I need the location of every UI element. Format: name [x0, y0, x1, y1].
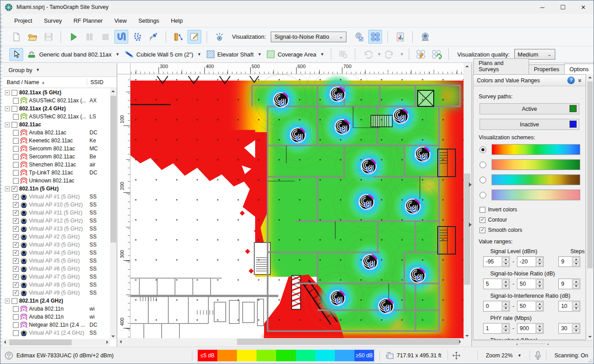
spin-up-button[interactable] [573, 324, 579, 328]
row-checkbox[interactable] [13, 282, 19, 288]
row-checkbox[interactable] [13, 154, 19, 160]
scheme-gradient-bar[interactable] [492, 159, 580, 170]
wall-type-select[interactable]: Cubicle Wall 5 cm (2")▼ [123, 49, 203, 59]
tree-ap-row[interactable]: Virtual AP #7 (5 GHz)SS [2, 273, 110, 281]
row-checkbox[interactable] [12, 186, 17, 192]
spin-value[interactable]: -20 [517, 257, 535, 267]
redo-history-arrow[interactable]: ▼ [400, 52, 404, 57]
calibrate-button[interactable] [171, 30, 185, 44]
menu-project[interactable]: Project [8, 15, 38, 26]
inactive-path-color-button[interactable]: Inactive [480, 119, 579, 130]
tree-ap-row[interactable]: Keenetic 802.11acKe [2, 137, 110, 145]
options-vertical-scrollbar[interactable] [587, 75, 593, 340]
resize-grip[interactable] [588, 358, 593, 363]
tree-ap-row[interactable]: ASUSTekC 802.11ax (...AX [2, 97, 110, 105]
tree-ap-row[interactable]: Virtual AP #1 (5 GHz)SS [2, 193, 110, 201]
map-horizontal-scrollbar[interactable] [118, 338, 463, 345]
spin-down-button[interactable] [536, 329, 543, 333]
delete-object-button[interactable] [336, 48, 350, 61]
spin-down-button[interactable] [502, 284, 509, 289]
row-checkbox[interactable] [13, 114, 19, 120]
spin-field[interactable]: -20 [517, 256, 544, 267]
checkbox[interactable] [480, 207, 485, 213]
menu-rf-planner[interactable]: RF Planner [68, 15, 109, 26]
ap-marker-icon[interactable] [363, 255, 378, 270]
row-checkbox[interactable] [13, 210, 19, 216]
row-checkbox[interactable] [13, 98, 19, 104]
tree-group-row[interactable]: −802.11ax (2.4 GHz) [2, 105, 110, 113]
spin-field[interactable]: -95 [483, 256, 510, 267]
spin-field[interactable]: 30 [558, 323, 580, 334]
row-checkbox[interactable] [13, 226, 19, 232]
expander-icon[interactable]: − [5, 299, 10, 303]
spin-down-button[interactable] [502, 262, 509, 267]
tree-ap-row[interactable]: Aruba 802.11nwi [2, 305, 110, 313]
scheme-radio[interactable] [480, 177, 486, 183]
maximize-button[interactable]: ☐ [553, 0, 573, 14]
row-checkbox[interactable] [13, 306, 19, 312]
spin-field[interactable]: 5 [483, 279, 510, 289]
spin-down-button[interactable] [573, 262, 579, 267]
ap-marker-icon[interactable] [406, 199, 420, 214]
tree-group-row[interactable]: −802.11n (2.4 GHz) [2, 297, 110, 305]
row-checkbox[interactable] [12, 122, 17, 128]
row-checkbox[interactable] [12, 90, 17, 96]
tree-ap-row[interactable]: Virtual AP #13 (5 GHz)SS [2, 225, 110, 233]
row-checkbox[interactable] [13, 194, 19, 200]
tree-ap-row[interactable]: Virtual AP #9 (5 GHz)SS [2, 289, 110, 297]
ap-marker-icon[interactable] [411, 268, 425, 283]
group-by-control[interactable]: Group by ▼ [2, 63, 117, 77]
spin-up-button[interactable] [536, 302, 543, 306]
row-checkbox[interactable] [13, 146, 19, 152]
zoom-control[interactable]: Zoom 22% ▼ [482, 352, 525, 359]
spin-value[interactable]: 10 [559, 301, 572, 311]
menu-settings[interactable]: Settings [133, 15, 165, 26]
minimize-button[interactable]: ─ [532, 0, 553, 14]
tree-group-row[interactable]: −802.11n (5 GHz) [2, 185, 110, 193]
row-checkbox[interactable] [13, 242, 19, 248]
gps-button[interactable] [146, 30, 160, 44]
option-invert-colors[interactable]: Invert colors [480, 206, 580, 213]
collapse-section-icon[interactable]: » [577, 79, 584, 82]
tree-ap-row[interactable]: Virtual AP #10 (5 GHz)SS [2, 201, 110, 209]
ap-marker-icon[interactable] [330, 291, 345, 306]
ap-tree-vertical-scrollbar[interactable] [110, 89, 117, 339]
tree-ap-row[interactable]: ASUSTekC 802.11ax (...LS [2, 113, 110, 121]
checkbox[interactable] [480, 217, 485, 223]
spin-up-button[interactable] [502, 257, 509, 262]
tree-ap-row[interactable]: Virtual AP #12 (5 GHz)SS [2, 217, 110, 225]
menu-help[interactable]: Help [165, 15, 189, 26]
tree-ap-row[interactable]: Virtual AP #1 (2.4 GHz)SS [2, 329, 110, 337]
spin-field[interactable]: 9 [558, 279, 580, 289]
pan-tool-icon[interactable] [452, 352, 460, 360]
spin-field[interactable]: 50 [517, 301, 544, 311]
continuous-path-button[interactable] [114, 30, 128, 44]
spin-down-button[interactable] [502, 307, 509, 311]
spin-field[interactable]: 10 [558, 301, 580, 311]
tree-ap-row[interactable]: Unknown 802.11ac [2, 177, 110, 185]
option-smooth-colors[interactable]: Smooth colors [480, 227, 580, 233]
spin-down-button[interactable] [573, 329, 579, 333]
recompute-visualization-button[interactable] [414, 48, 428, 61]
tree-ap-row[interactable]: Aruba 802.11nwi [2, 313, 110, 321]
scheme-gradient-bar[interactable] [492, 144, 580, 155]
tree-ap-row[interactable]: Sercomm 802.11acMC [2, 145, 110, 153]
tab-options[interactable]: Options [564, 64, 594, 74]
spin-up-button[interactable] [573, 302, 579, 306]
row-checkbox[interactable] [13, 162, 19, 168]
option-contour[interactable]: Contour [480, 217, 580, 223]
menu-view[interactable]: View [109, 15, 133, 26]
tree-ap-row[interactable]: Virtual AP #3 (5 GHz)SS [2, 241, 110, 249]
map-vertical-scrollbar[interactable] [464, 63, 471, 339]
spin-value[interactable]: 50 [517, 279, 535, 289]
column-band-name[interactable]: Band / Name [7, 79, 39, 85]
spin-up-button[interactable] [573, 279, 579, 284]
spin-value[interactable]: 1 [484, 324, 501, 333]
redo-button[interactable] [383, 48, 397, 61]
spin-value[interactable]: 0 [484, 301, 501, 311]
tab-properties[interactable]: Properties [529, 65, 565, 74]
row-checkbox[interactable] [13, 202, 19, 208]
undo-button[interactable] [360, 48, 374, 61]
tab-plans-and-surveys[interactable]: Plans and Surveys [473, 58, 529, 74]
zone-type-select[interactable]: Elevator Shaft▼ [205, 49, 264, 60]
